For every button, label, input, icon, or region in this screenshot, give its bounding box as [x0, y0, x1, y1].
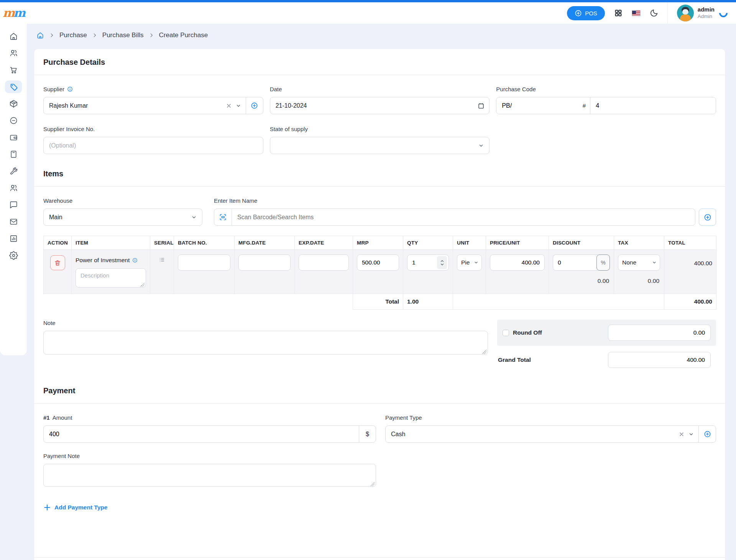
- discount-input[interactable]: [553, 255, 598, 271]
- qty-stepper-arrows[interactable]: [437, 256, 447, 269]
- dark-mode-moon-icon[interactable]: [650, 9, 658, 17]
- purchase-code-number-input[interactable]: [590, 97, 716, 114]
- barcode-scan-icon[interactable]: [214, 209, 232, 225]
- note-textarea[interactable]: [43, 331, 488, 355]
- chevron-down-icon[interactable]: [688, 432, 694, 437]
- amount-group: $: [43, 425, 376, 443]
- supplier-select[interactable]: Rajesh Kumar: [43, 97, 263, 114]
- exp-date-input[interactable]: [299, 255, 349, 271]
- sidebar-item-reports[interactable]: [5, 232, 22, 245]
- language-flag-icon[interactable]: [632, 10, 641, 16]
- mrp-input[interactable]: [357, 255, 399, 271]
- calculator-icon: [9, 150, 18, 159]
- price-per-unit-input[interactable]: [490, 255, 545, 271]
- sidebar-item-inventory[interactable]: [5, 97, 22, 110]
- app-logo[interactable]: mm: [0, 7, 27, 19]
- col-action: ACTION: [44, 236, 72, 250]
- tax-amount: 0.00: [618, 278, 660, 284]
- supplier-field-block: Supplier Rajesh Kumar: [43, 86, 263, 114]
- date-input[interactable]: 21-10-2024: [270, 97, 490, 114]
- sidebar-item-customers[interactable]: [5, 182, 22, 194]
- clear-x-icon[interactable]: [226, 103, 232, 109]
- user-menu[interactable]: admin Admin: [677, 5, 728, 21]
- resize-grip[interactable]: [140, 282, 145, 287]
- chevron-down-icon[interactable]: [236, 103, 241, 108]
- sidebar-item-settings[interactable]: [5, 249, 22, 262]
- grand-total-label: Grand Total: [498, 356, 531, 363]
- info-icon[interactable]: [67, 86, 73, 92]
- add-payment-type-button[interactable]: [699, 426, 716, 442]
- delete-row-button[interactable]: [50, 255, 65, 270]
- create-purchase-card: Purchase Details Supplier Rajesh Kumar: [34, 49, 725, 560]
- sidebar-item-sales[interactable]: [5, 64, 22, 76]
- grand-total-input[interactable]: [608, 352, 711, 368]
- tax-select[interactable]: None: [618, 255, 660, 271]
- info-icon[interactable]: [132, 258, 138, 263]
- add-supplier-button[interactable]: [246, 97, 263, 114]
- sidebar-item-home[interactable]: [5, 30, 22, 43]
- breadcrumb-purchase[interactable]: Purchase: [59, 31, 87, 39]
- payment-type-select[interactable]: Cash: [385, 425, 716, 443]
- discount-unit-toggle[interactable]: %: [596, 255, 610, 271]
- item-name: Power of Investment: [76, 257, 130, 264]
- col-mrp: MRP: [353, 236, 403, 250]
- clear-x-icon[interactable]: [678, 431, 685, 437]
- resize-grip[interactable]: [370, 482, 375, 486]
- col-qty: QTY: [403, 236, 453, 250]
- sidebar-item-expenses[interactable]: [5, 114, 22, 127]
- breadcrumb-purchase-bills[interactable]: Purchase Bills: [102, 31, 144, 39]
- warehouse-block: Warehouse Main: [43, 197, 202, 226]
- round-off-input[interactable]: [608, 325, 711, 341]
- breadcrumb-home-icon[interactable]: [36, 31, 44, 39]
- col-price-unit: PRICE/UNIT: [486, 236, 549, 250]
- items-pane: Warehouse Main Enter Item Name: [34, 187, 725, 381]
- breadcrumb-create-purchase[interactable]: Create Purchase: [159, 31, 208, 39]
- plus-icon: [43, 504, 51, 511]
- payment-note-textarea[interactable]: [43, 464, 376, 487]
- warehouse-select[interactable]: Main: [43, 209, 202, 226]
- wrench-icon: [9, 167, 18, 176]
- add-payment-type-link[interactable]: Add Payment Type: [43, 504, 107, 511]
- calendar-icon[interactable]: [478, 102, 485, 109]
- sidebar-item-mail[interactable]: [5, 215, 22, 228]
- pos-button[interactable]: POS: [567, 6, 605, 20]
- sidebar-item-purchases[interactable]: [5, 80, 22, 93]
- round-off-checkbox[interactable]: [503, 330, 509, 336]
- warehouse-value: Main: [49, 214, 62, 221]
- card-footer: Submit Close: [34, 557, 725, 560]
- supplier-invoice-block: Supplier Invoice No.: [43, 126, 263, 154]
- amount-input[interactable]: [44, 426, 359, 442]
- row-total: 400.00: [664, 250, 716, 294]
- grand-total-row: Grand Total: [497, 346, 716, 368]
- resize-grip[interactable]: [482, 350, 486, 354]
- chevron-right-icon: [149, 33, 154, 38]
- sidebar-item-messages[interactable]: [5, 199, 22, 211]
- sidebar-item-contacts[interactable]: [5, 47, 22, 59]
- serial-list-icon[interactable]: [159, 257, 165, 263]
- state-of-supply-select[interactable]: [270, 137, 490, 154]
- supplier-invoice-input[interactable]: [43, 137, 263, 154]
- item-search-input[interactable]: [232, 209, 695, 225]
- sidebar-item-tools[interactable]: [5, 165, 22, 177]
- chevron-down-icon: [191, 215, 197, 220]
- note-label: Note: [43, 320, 56, 326]
- supplier-value: Rajesh Kumar: [44, 97, 226, 114]
- round-off-box: Round Off: [497, 320, 716, 346]
- apps-grid-icon[interactable]: [614, 9, 623, 17]
- sidebar-item-accounts[interactable]: [5, 148, 22, 161]
- unit-select[interactable]: Pie: [457, 255, 482, 271]
- chevron-down-icon: [478, 143, 484, 148]
- package-icon: [9, 99, 18, 108]
- purchase-code-prefix-input[interactable]: [496, 97, 578, 114]
- batch-no-input[interactable]: [178, 255, 230, 271]
- col-discount: DISCOUNT: [549, 236, 614, 250]
- header-divider: [667, 2, 668, 24]
- purchase-details-title: Purchase Details: [34, 49, 725, 75]
- item-description-textarea[interactable]: [76, 268, 146, 287]
- add-item-button[interactable]: [699, 209, 716, 226]
- sidebar-item-wallet[interactable]: [5, 131, 22, 144]
- qty-input[interactable]: [407, 259, 437, 266]
- mfg-date-input[interactable]: [238, 255, 291, 271]
- col-unit: UNIT: [453, 236, 486, 250]
- payment-index: #1: [43, 414, 50, 421]
